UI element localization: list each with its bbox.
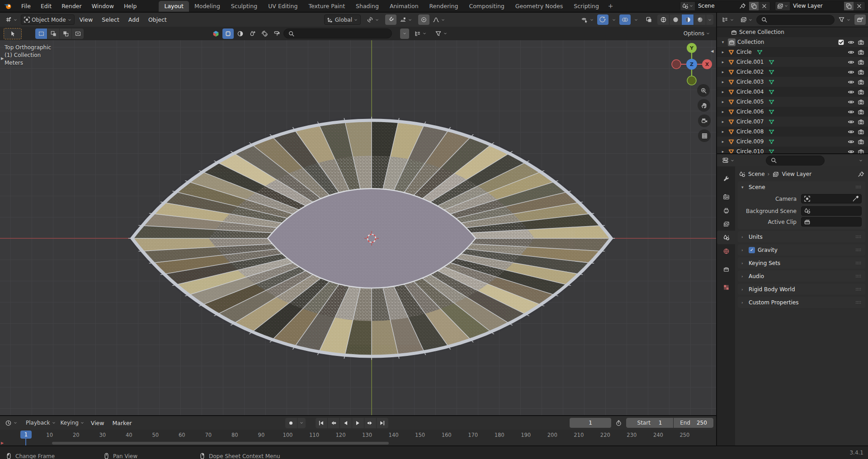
disable-render-icon[interactable]	[858, 69, 864, 76]
menu-view[interactable]: View	[75, 16, 97, 23]
outliner-filter-dropdown[interactable]	[836, 14, 853, 25]
view-layer-name-field[interactable]: View Layer	[790, 2, 844, 10]
shading-solid-button[interactable]	[670, 14, 681, 25]
toolbar-search-input[interactable]	[283, 28, 392, 38]
background-scene-field[interactable]	[801, 206, 862, 216]
active-clip-field[interactable]	[801, 217, 862, 227]
menu-edit[interactable]: Edit	[36, 0, 57, 12]
play-button[interactable]	[352, 418, 364, 428]
collapse-button[interactable]	[400, 28, 409, 39]
timeline-editor-type-button[interactable]	[3, 418, 20, 428]
disable-render-icon[interactable]	[858, 148, 864, 154]
disable-render-icon[interactable]	[858, 89, 864, 95]
panel-custom-properties[interactable]: ›Custom Properties	[738, 297, 865, 308]
drag-handle-icon[interactable]	[855, 184, 862, 190]
outliner-row-circle.008[interactable]: ▸Circle.008	[717, 127, 868, 137]
properties-tab-tool[interactable]	[717, 172, 735, 185]
outliner-row-circle.009[interactable]: ▸Circle.009	[717, 137, 868, 147]
outliner-row-scene-collection[interactable]: Scene Collection	[717, 27, 868, 37]
pan-button[interactable]	[698, 99, 710, 112]
hide-viewport-icon[interactable]	[848, 118, 854, 125]
menu-select[interactable]: Select	[98, 16, 123, 23]
panel-keying-sets[interactable]: ›Keying Sets	[738, 257, 865, 269]
expand-icon[interactable]: ▸	[720, 50, 726, 54]
auto-keying-toggle[interactable]	[285, 418, 297, 428]
shading-rendered-button[interactable]	[694, 14, 706, 25]
show-overlays-toggle[interactable]	[619, 14, 631, 25]
tab-shading[interactable]: Shading	[350, 1, 384, 12]
outliner-row-collection[interactable]: ▾Collection	[717, 37, 868, 47]
properties-tab-view-layer[interactable]	[717, 217, 735, 231]
outliner-row-circle.003[interactable]: ▸Circle.003	[717, 77, 868, 87]
filter-shading-button[interactable]	[235, 28, 246, 39]
properties-tab-collection[interactable]	[717, 262, 735, 276]
play-reverse-button[interactable]	[340, 418, 352, 428]
menu-marker[interactable]: Marker	[108, 420, 136, 426]
toolbar-expand-icon[interactable]: ▸	[1, 55, 4, 62]
snap-toggle[interactable]	[385, 14, 396, 25]
hide-viewport-icon[interactable]	[848, 69, 854, 76]
menu-playback[interactable]: Playback	[24, 418, 58, 428]
menu-timeline-view[interactable]: View	[87, 420, 108, 426]
tab-texture-paint[interactable]: Texture Paint	[303, 1, 350, 12]
jump-to-start-button[interactable]	[316, 418, 327, 428]
eyedropper-icon[interactable]	[852, 195, 859, 202]
mode-dropdown[interactable]: Object Mode	[21, 14, 75, 25]
outliner-row-circle.010[interactable]: ▸Circle.010	[717, 147, 868, 153]
view-layer-remove-button[interactable]	[854, 2, 865, 10]
current-frame-field[interactable]: 1	[570, 418, 611, 428]
timeline-corner-icon[interactable]: ▸	[1, 440, 4, 445]
outliner-row-circle[interactable]: ▸Circle	[717, 47, 868, 57]
new-collection-button[interactable]	[854, 14, 866, 25]
breadcrumb-view-layer[interactable]: View Layer	[782, 171, 811, 177]
transform-orientation-dropdown[interactable]: Global	[324, 14, 361, 25]
panel-rigid-body-world[interactable]: ›Rigid Body World	[738, 284, 865, 295]
expand-icon[interactable]: ▸	[720, 99, 726, 104]
panel-audio[interactable]: ›Audio	[738, 270, 865, 282]
proportional-editing-toggle[interactable]	[418, 14, 429, 25]
outliner-row-circle.006[interactable]: ▸Circle.006	[717, 107, 868, 117]
tab-scripting[interactable]: Scripting	[568, 1, 604, 12]
disable-render-icon[interactable]	[858, 99, 864, 105]
tab-layout[interactable]: Layout	[159, 1, 189, 12]
viewport-3d[interactable]: Top Orthographic (1) Collection Meters ▸…	[0, 40, 716, 415]
disable-render-icon[interactable]	[858, 49, 864, 56]
menu-window[interactable]: Window	[87, 0, 119, 12]
disable-render-icon[interactable]	[858, 39, 864, 46]
hide-viewport-icon[interactable]	[848, 59, 854, 66]
object-visibility-dropdown[interactable]	[579, 14, 596, 25]
filter-dropdown[interactable]	[433, 28, 450, 39]
filter-texture-button[interactable]	[222, 28, 234, 39]
hide-viewport-icon[interactable]	[848, 128, 854, 135]
options-dropdown[interactable]: Options	[681, 28, 712, 39]
outliner-row-circle.002[interactable]: ▸Circle.002	[717, 67, 868, 77]
gizmo-dropdown[interactable]	[609, 14, 618, 25]
scene-panel-header[interactable]: ▾Scene	[738, 181, 865, 193]
expand-icon[interactable]: ▸	[720, 149, 726, 153]
active-tool-button[interactable]	[4, 28, 22, 39]
shading-wireframe-button[interactable]	[657, 14, 669, 25]
hide-viewport-icon[interactable]	[848, 138, 854, 145]
scene-name-field[interactable]: Scene	[695, 2, 749, 10]
perspective-toggle-button[interactable]	[698, 129, 711, 142]
tab-animation[interactable]: Animation	[384, 1, 424, 12]
properties-editor-type-button[interactable]	[720, 155, 737, 166]
properties-tab-render[interactable]	[717, 190, 735, 203]
filter-fluid-button[interactable]	[247, 28, 258, 39]
outliner-display-mode-dropdown[interactable]	[719, 14, 736, 25]
camera-view-button[interactable]	[698, 114, 711, 127]
shading-dropdown[interactable]	[706, 14, 713, 25]
jump-to-end-button[interactable]	[377, 418, 388, 428]
hide-viewport-icon[interactable]	[848, 109, 854, 115]
filter-brush-button[interactable]	[271, 28, 283, 39]
properties-options-dropdown[interactable]	[856, 155, 865, 166]
expand-icon[interactable]: ▸	[720, 139, 726, 144]
menu-keying[interactable]: Keying	[58, 418, 87, 428]
camera-field[interactable]	[801, 194, 862, 203]
hide-viewport-icon[interactable]	[848, 148, 854, 154]
menu-help[interactable]: Help	[119, 0, 142, 12]
hide-viewport-icon[interactable]	[848, 79, 854, 85]
expand-icon[interactable]: ▸	[720, 80, 726, 84]
properties-tab-scene[interactable]	[717, 231, 735, 244]
expand-icon[interactable]: ▸	[720, 109, 726, 114]
